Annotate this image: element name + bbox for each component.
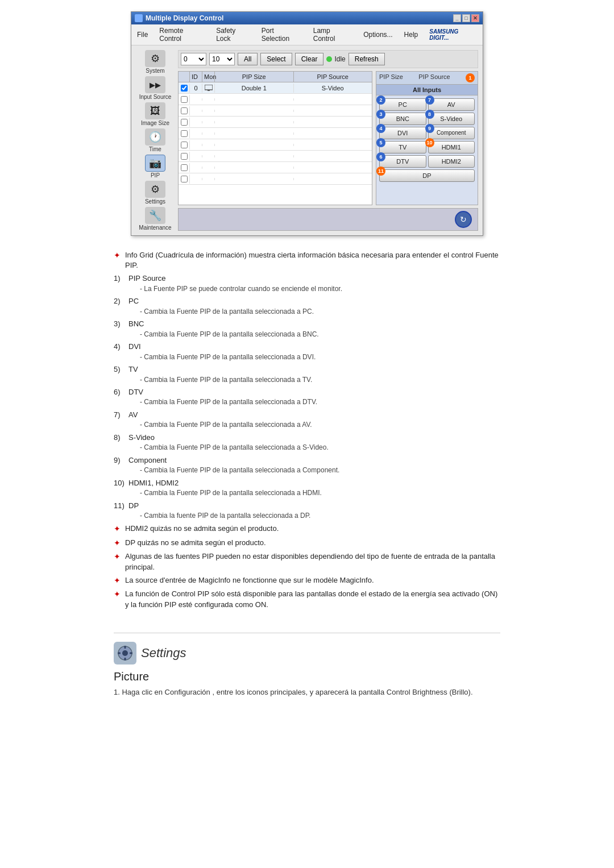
note-sub-10: - Cambia la Fuente PIP de la pantalla se…	[140, 488, 322, 498]
note-number-2: 2)	[114, 296, 125, 316]
note-3: 3) BNC - Cambia la Fuente PIP de la pant…	[114, 319, 500, 339]
svg-rect-7	[130, 652, 132, 654]
menu-port-selection[interactable]: Port Selection	[259, 26, 304, 44]
sidebar-item-input-source[interactable]: ▶▶ Input Source	[138, 76, 173, 100]
note-number-8: 8)	[114, 433, 125, 452]
select-button[interactable]: Select	[260, 53, 292, 65]
note-10: 10) HDMI1, HDMI2 - Cambia la Fuente PIP …	[114, 478, 500, 498]
pip-btn-component[interactable]: 9 Component	[428, 127, 475, 139]
svg-rect-1	[208, 90, 210, 91]
close-button[interactable]: ✕	[471, 14, 479, 22]
pip-btn-badge-3: 3	[376, 110, 385, 119]
pip-btn-av[interactable]: 7 AV	[428, 98, 475, 111]
note-sub-8: - Cambia la Fuente PIP de la pantalla se…	[140, 443, 329, 452]
pip-btn-dtv[interactable]: 6 DTV	[379, 155, 426, 168]
pip-btn-badge-11: 11	[376, 167, 385, 176]
refresh-round-button[interactable]: ↻	[455, 211, 472, 228]
pip-btn-dvi[interactable]: 4 DVI	[379, 127, 426, 139]
note-content-2: PC - Cambia la Fuente PIP de la pantalla…	[128, 296, 314, 316]
menu-file[interactable]: File	[135, 30, 150, 40]
sidebar-item-image-size[interactable]: 🖼 Image Size	[138, 102, 173, 126]
pip-btn-svideo[interactable]: 8 S-Video	[428, 113, 475, 125]
pip-btn-pc[interactable]: 2 PC	[379, 98, 426, 111]
row-pip-size-1: Double 1	[215, 84, 294, 93]
warning-star-3: ✦	[114, 551, 122, 572]
application-window: Multiple Display Control _ □ ✕ File Remo…	[131, 11, 483, 236]
pip-btn-bnc[interactable]: 3 BNC	[379, 113, 426, 125]
warning-3: ✦ Algunas de las fuentes PIP pueden no e…	[114, 551, 500, 572]
note-sub-6: - Cambia la Fuente PIP de la pantalla se…	[140, 397, 317, 407]
sidebar-item-pip[interactable]: 📷 PIP	[138, 155, 173, 178]
data-table: ID Mon PIP Size PIP Source 0	[178, 71, 372, 205]
warning-text-1: HDMI2 quizás no se admita según el produ…	[125, 524, 279, 535]
menu-help[interactable]: Help	[402, 30, 421, 40]
pip-btn-hdmi2[interactable]: HDMI2	[428, 155, 475, 168]
sidebar-item-maintenance[interactable]: 🔧 Maintenance	[138, 207, 173, 231]
note-sub-5: - Cambia la Fuente PIP de la pantalla se…	[140, 375, 312, 385]
restore-button[interactable]: □	[462, 14, 470, 22]
all-inputs-label: All Inputs	[376, 85, 478, 95]
sidebar-label-system: System	[146, 68, 164, 74]
pip-buttons: 2 PC 7 AV 3 BNC	[376, 95, 478, 185]
warning-text-3: Algunas de las fuentes PIP pueden no est…	[125, 551, 500, 572]
table-row	[179, 105, 372, 117]
menu-safety-lock[interactable]: Safety Lock	[214, 26, 252, 44]
row-pip-source-1: S-Video	[294, 84, 372, 93]
table-row	[179, 94, 372, 105]
all-button[interactable]: All	[238, 53, 258, 65]
pip-badge: 1	[466, 73, 475, 82]
settings-section: Settings Picture 1. Haga clic en Configu…	[114, 633, 500, 696]
pip-btn-bnc-label: BNC	[396, 115, 409, 122]
menu-lamp-control[interactable]: Lamp Control	[311, 26, 354, 44]
pip-btn-badge-6: 6	[376, 152, 385, 161]
pip-panel: PIP Size PIP Source 1 All Inputs 2 PC	[376, 71, 478, 205]
note-sub-1: - La Fuente PIP se puede controlar cuand…	[140, 284, 342, 294]
pip-btn-badge-5: 5	[376, 138, 385, 147]
pip-btn-dp[interactable]: 11 DP	[379, 169, 475, 182]
maintenance-icon: 🔧	[145, 207, 165, 224]
pip-btn-dtv-label: DTV	[396, 158, 409, 165]
notes-section: ✦ Info Grid (Cuadrícula de información) …	[114, 247, 500, 616]
note-content-3: BNC - Cambia la Fuente PIP de la pantall…	[128, 319, 319, 339]
th-id: ID	[190, 72, 202, 82]
svg-rect-0	[205, 85, 213, 90]
table-header: ID Mon PIP Size PIP Source	[179, 72, 372, 82]
menu-options[interactable]: Options...	[361, 30, 395, 40]
note-number-3: 3)	[114, 319, 125, 339]
note-title-9: Component	[128, 456, 167, 464]
sidebar-item-time[interactable]: 🕐 Time	[138, 128, 173, 152]
image-size-icon: 🖼	[145, 102, 165, 119]
pip-btn-dp-label: DP	[422, 172, 431, 179]
titlebar: Multiple Display Control _ □ ✕	[131, 12, 483, 24]
row-checkbox-1[interactable]	[179, 84, 190, 93]
warning-4: ✦ La source d'entrée de MagicInfo ne fon…	[114, 575, 500, 587]
select-2[interactable]: 10	[209, 53, 235, 65]
settings-title: Settings	[141, 646, 186, 661]
pip-btn-pc-label: PC	[399, 101, 407, 108]
warning-star-2: ✦	[114, 538, 122, 549]
pip-btn-tv[interactable]: 5 TV	[379, 141, 426, 153]
select-1[interactable]: 0	[181, 53, 206, 65]
note-content-10: HDMI1, HDMI2 - Cambia la Fuente PIP de l…	[128, 478, 322, 498]
main-area: ⚙ System ▶▶ Input Source 🖼 Image Size 🕐 …	[131, 45, 483, 235]
note-number-9: 9)	[114, 455, 125, 475]
sidebar-label-time: Time	[149, 146, 161, 152]
menu-remote-control[interactable]: Remote Control	[157, 26, 207, 44]
pip-btn-hdmi2-label: HDMI2	[442, 158, 461, 165]
pip-btn-badge-9: 9	[425, 124, 434, 133]
note-sub-7: - Cambia la Fuente PIP de la pantalla se…	[140, 420, 312, 430]
clear-button[interactable]: Clear	[295, 53, 324, 65]
note-number-1: 1)	[114, 273, 125, 293]
minimize-button[interactable]: _	[453, 14, 461, 22]
warning-5: ✦ La función de Control PIP sólo está di…	[114, 589, 500, 609]
sidebar-item-settings[interactable]: ⚙ Settings	[138, 181, 173, 205]
svg-rect-4	[125, 646, 126, 649]
note-title-5: TV	[128, 365, 138, 373]
table-row	[179, 173, 372, 185]
pip-btn-hdmi1[interactable]: 10 HDMI1	[428, 141, 475, 153]
sidebar-item-system[interactable]: ⚙ System	[138, 50, 173, 74]
refresh-button[interactable]: Refresh	[349, 53, 385, 65]
pip-btn-badge-8: 8	[425, 110, 434, 119]
samsung-logo: SAMSUNG DIGIT...	[427, 27, 479, 42]
note-sub-11: - Cambia la fuente PIP de la pantalla se…	[140, 511, 310, 521]
